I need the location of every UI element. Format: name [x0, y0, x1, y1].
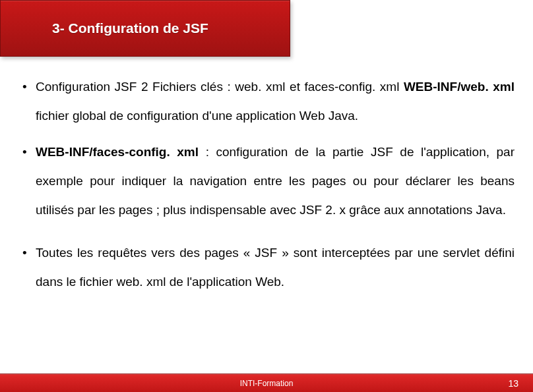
page-number: 13 — [508, 378, 518, 389]
bullet-3-text: Toutes les requêtes vers des pages « JSF… — [36, 246, 515, 289]
bullet-1-rest: fichier global de configuration d'une ap… — [36, 109, 358, 123]
bullet-1: Configuration JSF 2 Fichiers clés : web.… — [18, 72, 515, 130]
footer-bar: INTI-Formation 13 — [0, 374, 533, 392]
bullet-2: WEB-INF/faces-config. xml : configuratio… — [18, 138, 515, 224]
slide-title: 3- Configuration de JSF — [1, 20, 208, 36]
bullet-3: Toutes les requêtes vers des pages « JSF… — [18, 238, 515, 296]
bullet-2-bold: WEB-INF/faces-config. xml — [36, 145, 199, 159]
footer-label: INTI-Formation — [0, 379, 533, 388]
bullet-1-bold: WEB-INF/web. xml — [404, 80, 515, 94]
title-bar: 3- Configuration de JSF — [0, 0, 290, 57]
slide-content: Configuration JSF 2 Fichiers clés : web.… — [18, 72, 515, 304]
bullet-1-intro: Configuration JSF 2 Fichiers clés : web.… — [36, 80, 404, 94]
